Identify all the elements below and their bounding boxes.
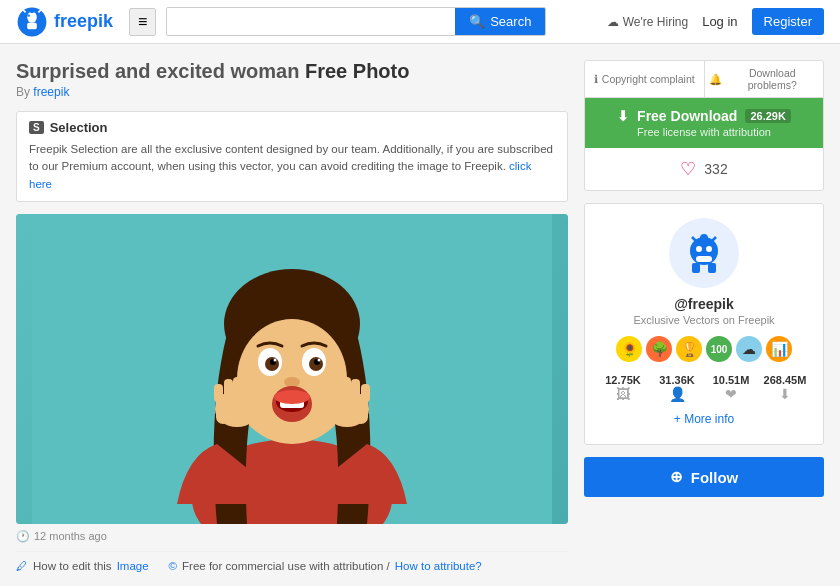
complaint-bar: ℹ Copyright complaint 🔔 Download problem… [585, 61, 823, 98]
download-count: 26.29K [745, 109, 790, 123]
svg-rect-28 [224, 379, 233, 399]
badge-cloud: ☁ [736, 336, 762, 362]
copyright-complaint-button[interactable]: ℹ Copyright complaint [585, 61, 705, 97]
stat-downloads-icon: ⬇ [761, 386, 809, 402]
hiring-label: We're Hiring [623, 15, 688, 29]
license-link[interactable]: © Free for commercial use with attributi… [169, 560, 482, 572]
edit-icon: 🖊 [16, 560, 28, 572]
author-card: @freepik Exclusive Vectors on Freepik 🌻 … [584, 203, 824, 445]
badge-tree: 🌳 [646, 336, 672, 362]
svg-rect-44 [692, 263, 700, 273]
download-problem-icon: 🔔 [709, 73, 722, 86]
follow-label: Follow [691, 469, 739, 486]
stat-images-value: 12.75K [599, 374, 647, 386]
timestamp-text: 12 months ago [34, 530, 107, 542]
search-bar: 🔍 Search [166, 7, 546, 36]
download-button[interactable]: ⬇ Free Download 26.29K Free license with… [585, 98, 823, 148]
download-problems-button[interactable]: 🔔 Download problems? [705, 61, 824, 97]
woman-illustration [16, 214, 568, 524]
selection-box: S Selection Freepik Selection are all th… [16, 111, 568, 202]
how-to-edit-link[interactable]: 🖊 How to edit this Image [16, 560, 149, 572]
svg-rect-27 [214, 384, 223, 402]
svg-point-1 [27, 11, 37, 22]
svg-rect-3 [27, 22, 37, 28]
register-button[interactable]: Register [752, 8, 824, 35]
svg-point-2 [28, 14, 30, 16]
logo: freepik [16, 6, 113, 38]
stat-downloads-value: 268.45M [761, 374, 809, 386]
info-icon: ℹ [594, 73, 598, 85]
title-normal: Surprised and excited woman [16, 60, 299, 82]
svg-point-39 [706, 246, 712, 252]
download-subtitle: Free license with attribution [637, 126, 771, 138]
by-line: By freepik [16, 85, 568, 99]
download-problems-label: Download problems? [726, 67, 820, 91]
svg-rect-34 [342, 377, 351, 399]
svg-point-20 [318, 358, 321, 361]
hiring-link[interactable]: ☁ We're Hiring [607, 15, 688, 29]
by-label: By [16, 85, 30, 99]
stat-followers-value: 31.36K [653, 374, 701, 386]
how-to-edit-label: How to edit this [33, 560, 112, 572]
badge-chart: 📊 [766, 336, 792, 362]
svg-point-38 [696, 246, 702, 252]
action-bar: ℹ Copyright complaint 🔔 Download problem… [584, 60, 824, 191]
stat-images: 12.75K 🖼 [599, 374, 647, 402]
author-icons: 🌻 🌳 🏆 100 ☁ 📊 [599, 336, 809, 362]
follow-plus-icon: ⊕ [670, 468, 683, 486]
svg-rect-33 [351, 379, 360, 399]
author-stats: 12.75K 🖼 31.36K 👤 10.51M ❤ 268.45M ⬇ [599, 374, 809, 402]
stat-likes: 10.51M ❤ [707, 374, 755, 402]
search-button[interactable]: 🔍 Search [455, 8, 545, 35]
selection-badge: S [29, 121, 44, 134]
stat-likes-value: 10.51M [707, 374, 755, 386]
copyright-icon: © [169, 560, 177, 572]
complaint-label: Copyright complaint [602, 73, 695, 85]
svg-point-21 [284, 377, 300, 387]
svg-point-19 [274, 358, 277, 361]
search-input[interactable] [167, 8, 455, 35]
search-icon: 🔍 [469, 14, 485, 29]
stat-downloads: 268.45M ⬇ [761, 374, 809, 402]
logo-text: freepik [54, 11, 113, 32]
how-to-attr: How to attribute? [395, 560, 482, 572]
author-link[interactable]: freepik [33, 85, 69, 99]
page-title: Surprised and excited woman Free Photo [16, 60, 568, 83]
svg-rect-29 [233, 377, 242, 399]
heart-icon: ♡ [680, 158, 696, 180]
stat-images-icon: 🖼 [599, 386, 647, 402]
svg-point-35 [274, 390, 310, 404]
download-arrow-icon: ⬇ [617, 108, 629, 124]
author-avatar [669, 218, 739, 288]
download-btn-top: ⬇ Free Download 26.29K [617, 108, 791, 124]
like-area: ♡ 332 [585, 148, 823, 190]
license-label: Free for commercial use with attribution… [182, 560, 390, 572]
selection-text-content: Freepik Selection are all the exclusive … [29, 143, 553, 172]
image-actions: 🖊 How to edit this Image © Free for comm… [16, 551, 568, 572]
freepik-logo-icon [16, 6, 48, 38]
like-count: 332 [704, 161, 727, 177]
stat-followers: 31.36K 👤 [653, 374, 701, 402]
more-info-link[interactable]: + More info [599, 412, 809, 426]
image-timestamp: 🕐 12 months ago [16, 530, 568, 543]
selection-text: Freepik Selection are all the exclusive … [29, 141, 555, 193]
main-content: Surprised and excited woman Free Photo B… [0, 44, 840, 586]
download-label: Free Download [637, 108, 737, 124]
svg-point-4 [30, 8, 35, 13]
left-column: Surprised and excited woman Free Photo B… [16, 60, 568, 572]
clock-icon: 🕐 [16, 530, 30, 543]
image-placeholder [16, 214, 568, 524]
hamburger-button[interactable]: ≡ [129, 8, 156, 36]
svg-rect-40 [696, 256, 712, 262]
title-bold: Free Photo [305, 60, 409, 82]
follow-button[interactable]: ⊕ Follow [584, 457, 824, 497]
badge-100: 100 [706, 336, 732, 362]
author-name: @freepik [599, 296, 809, 312]
login-link[interactable]: Log in [702, 14, 737, 29]
svg-rect-32 [361, 384, 370, 402]
svg-point-41 [700, 234, 708, 242]
badge-trophy: 🏆 [676, 336, 702, 362]
search-btn-label: Search [490, 14, 531, 29]
selection-heading: Selection [50, 120, 108, 135]
badge-flower: 🌻 [616, 336, 642, 362]
